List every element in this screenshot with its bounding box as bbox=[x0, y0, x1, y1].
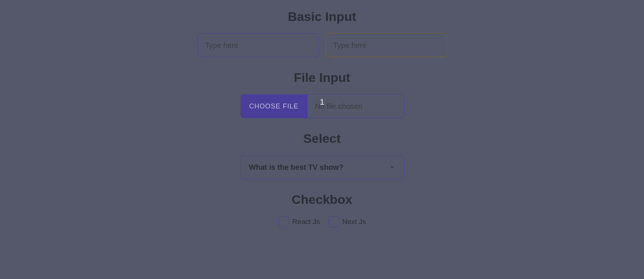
cursor-indicator: 1 bbox=[320, 97, 324, 107]
basic-input-title: Basic Input bbox=[288, 9, 356, 24]
select-title: Select bbox=[303, 131, 341, 146]
select-section: Select What is the best TV show? bbox=[240, 131, 404, 179]
input-row bbox=[197, 33, 447, 57]
file-input-title: File Input bbox=[294, 70, 350, 85]
checkbox-row: React Js Next Js bbox=[278, 216, 366, 227]
checkbox-react-js[interactable]: React Js bbox=[278, 216, 320, 227]
chevron-down-icon bbox=[390, 166, 394, 168]
file-input-section: File Input CHOOSE FILE No file chosen 1 bbox=[240, 70, 404, 118]
checkbox-label-next: Next Js bbox=[342, 218, 366, 226]
checkbox-section: Checkbox React Js Next Js bbox=[278, 192, 366, 227]
checkbox-box-next bbox=[328, 216, 339, 227]
select-placeholder-text: What is the best TV show? bbox=[249, 163, 343, 172]
checkbox-next-js[interactable]: Next Js bbox=[328, 216, 366, 227]
text-input-primary[interactable] bbox=[197, 33, 319, 57]
choose-file-button[interactable]: CHOOSE FILE bbox=[240, 94, 308, 118]
checkbox-box-react bbox=[278, 216, 289, 227]
checkbox-label-react: React Js bbox=[292, 218, 320, 226]
checkbox-title: Checkbox bbox=[292, 192, 352, 207]
select-dropdown[interactable]: What is the best TV show? bbox=[240, 155, 404, 179]
basic-input-section: Basic Input bbox=[197, 9, 447, 57]
text-input-accent[interactable] bbox=[326, 33, 447, 57]
